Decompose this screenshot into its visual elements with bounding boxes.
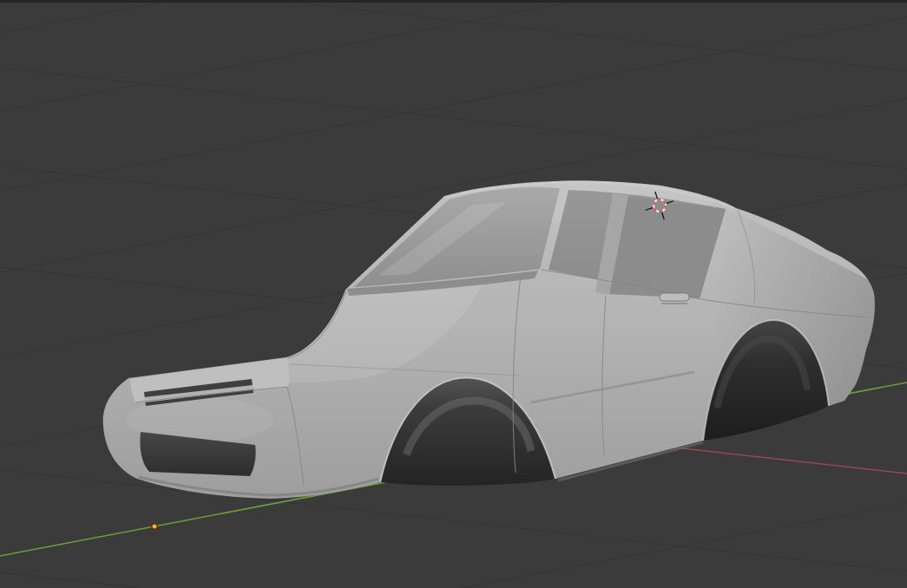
origin-dot-icon — [152, 524, 157, 529]
3d-viewport[interactable] — [0, 0, 907, 588]
viewport-canvas[interactable] — [0, 0, 907, 588]
object-origin-dot[interactable] — [152, 524, 157, 529]
door-handle — [660, 293, 689, 301]
window-top-border — [0, 0, 907, 3]
